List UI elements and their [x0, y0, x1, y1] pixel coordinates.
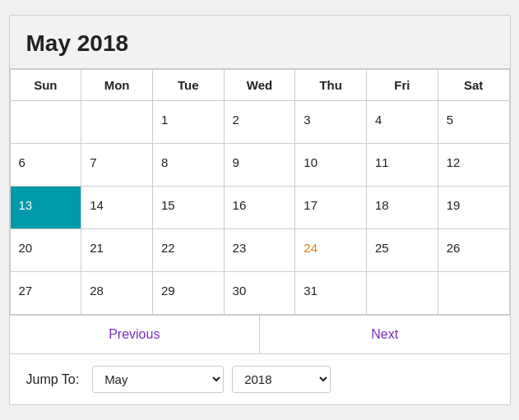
calendar-week-row: 6789101112	[10, 144, 509, 187]
calendar-day-cell[interactable]: 2	[224, 101, 295, 144]
calendar-day-cell[interactable]: 10	[295, 144, 367, 187]
calendar-day-cell[interactable]: 30	[224, 272, 295, 315]
nav-row: Previous Next	[10, 315, 510, 353]
calendar-day-cell[interactable]: 31	[295, 272, 367, 315]
weekday-header: Sun	[10, 70, 81, 101]
weekday-header: Thu	[295, 70, 367, 101]
calendar-week-row: 13141516171819	[10, 187, 509, 229]
calendar-day-cell[interactable]: 29	[152, 272, 224, 315]
calendar-week-row: 2728293031	[10, 272, 509, 315]
calendar-body: 1234567891011121314151617181920212223242…	[10, 101, 509, 315]
calendar-day-cell[interactable]: 14	[81, 187, 153, 229]
weekday-header: Sat	[438, 70, 509, 101]
jump-to-label: Jump To:	[26, 372, 80, 387]
calendar-day-cell[interactable]: 24	[295, 229, 367, 272]
calendar-day-cell	[438, 272, 509, 315]
calendar-day-cell[interactable]: 4	[367, 101, 438, 144]
weekday-header: Wed	[224, 70, 295, 101]
year-select[interactable]: 20162017201820192020	[232, 366, 331, 393]
next-button[interactable]: Next	[260, 316, 510, 353]
calendar-day-cell[interactable]: 16	[224, 187, 295, 229]
previous-button[interactable]: Previous	[10, 316, 261, 353]
calendar-day-cell[interactable]: 27	[10, 272, 81, 315]
calendar-day-cell[interactable]: 7	[81, 144, 153, 187]
calendar-day-cell[interactable]: 25	[367, 229, 438, 272]
calendar-day-cell[interactable]: 1	[152, 101, 224, 144]
calendar-week-row: 20212223242526	[10, 229, 509, 272]
weekday-header: Tue	[152, 70, 224, 101]
calendar-day-cell	[367, 272, 438, 315]
calendar-day-cell[interactable]: 5	[438, 101, 509, 144]
calendar-table: SunMonTueWedThuFriSat 123456789101112131…	[10, 69, 510, 315]
calendar-day-cell[interactable]: 21	[81, 229, 153, 272]
calendar-day-cell[interactable]: 26	[438, 229, 509, 272]
month-select[interactable]: JanuaryFebruaryMarchAprilMayJuneJulyAugu…	[92, 366, 224, 393]
calendar-day-cell[interactable]: 22	[152, 229, 224, 272]
calendar-day-cell[interactable]: 3	[295, 101, 367, 144]
calendar-day-cell[interactable]: 13	[10, 187, 81, 229]
jump-row: Jump To: JanuaryFebruaryMarchAprilMayJun…	[10, 353, 510, 404]
calendar-day-cell[interactable]: 20	[10, 229, 81, 272]
calendar-container: May 2018 SunMonTueWedThuFriSat 123456789…	[9, 15, 511, 405]
calendar-day-cell[interactable]: 19	[438, 187, 509, 229]
weekday-header: Fri	[367, 70, 438, 101]
calendar-header: May 2018	[10, 16, 510, 69]
calendar-day-cell	[10, 101, 81, 144]
calendar-week-row: 12345	[10, 101, 509, 144]
calendar-day-cell[interactable]: 28	[81, 272, 153, 315]
weekday-header: Mon	[81, 70, 153, 101]
calendar-day-cell[interactable]: 9	[224, 144, 295, 187]
calendar-day-cell[interactable]: 6	[10, 144, 81, 187]
calendar-day-cell[interactable]: 23	[224, 229, 295, 272]
weekday-row: SunMonTueWedThuFriSat	[10, 70, 509, 101]
calendar-day-cell[interactable]: 17	[295, 187, 367, 229]
calendar-day-cell[interactable]: 18	[367, 187, 438, 229]
calendar-day-cell[interactable]: 11	[367, 144, 438, 187]
calendar-day-cell[interactable]: 8	[152, 144, 224, 187]
calendar-title: May 2018	[26, 30, 129, 56]
calendar-day-cell[interactable]: 12	[438, 144, 509, 187]
calendar-day-cell[interactable]: 15	[152, 187, 224, 229]
calendar-day-cell	[81, 101, 153, 144]
